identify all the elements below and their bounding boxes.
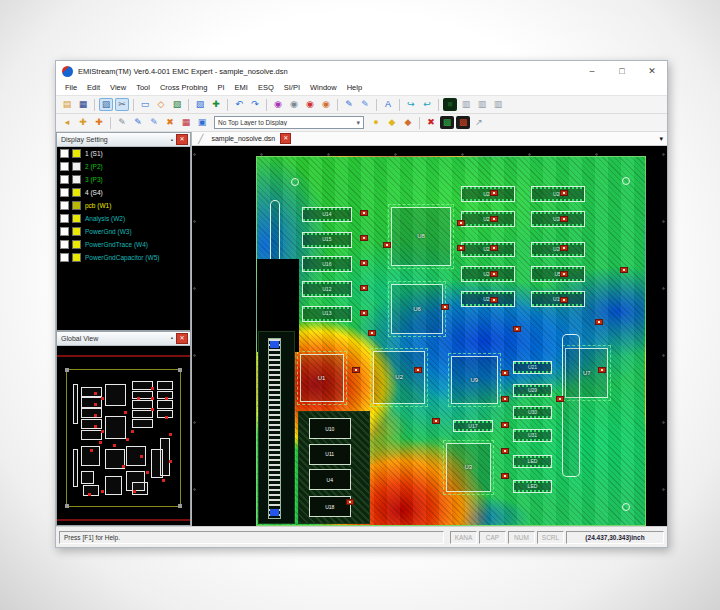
decoupling-capacitor[interactable] — [368, 330, 376, 336]
hole-feature[interactable] — [622, 503, 630, 511]
component-u13[interactable]: U13 — [302, 306, 352, 322]
menu-tool[interactable]: Tool — [131, 81, 155, 95]
component-led[interactable]: LED — [513, 480, 552, 493]
display-setting-close-button[interactable]: ✕ — [176, 134, 188, 145]
decoupling-capacitor[interactable] — [620, 267, 628, 273]
component-u27[interactable]: U27 — [461, 211, 515, 227]
component-u19[interactable]: U19 — [531, 291, 585, 307]
decoupling-capacitor[interactable] — [501, 396, 509, 402]
component-u15[interactable]: U15 — [302, 232, 352, 248]
save-file-icon[interactable]: ▦ — [76, 98, 90, 111]
layer-row-1s1[interactable]: 1 (S1) — [57, 147, 190, 160]
zoom-previous-icon[interactable]: ◂ — [60, 116, 74, 129]
component-u1[interactable]: U1 — [300, 354, 344, 402]
open-file-icon[interactable]: ▤ — [60, 98, 74, 111]
selection-handle[interactable] — [178, 368, 182, 372]
menu-window[interactable]: Window — [305, 81, 342, 95]
layer-row-pcbw1[interactable]: pcb (W1) — [57, 199, 190, 212]
layer-visibility-checkbox[interactable] — [60, 201, 69, 210]
draw-trace-icon[interactable]: ✎ — [131, 116, 145, 129]
menu-esq[interactable]: ESQ — [253, 81, 279, 95]
decoupling-capacitor[interactable] — [490, 297, 498, 303]
decoupling-capacitor[interactable] — [595, 319, 603, 325]
layer-visibility-checkbox[interactable] — [60, 162, 69, 171]
global-view-body[interactable] — [57, 346, 190, 525]
selection-handle[interactable] — [65, 368, 69, 372]
selection-handle[interactable] — [178, 504, 182, 508]
layer-view-3-icon[interactable]: ▥ — [491, 98, 505, 111]
component-u9[interactable]: U9 — [451, 356, 498, 404]
sheet-view-icon[interactable]: ▣ — [195, 116, 209, 129]
decoupling-capacitor[interactable] — [360, 310, 368, 316]
edit-trace-icon[interactable]: ✎ — [342, 98, 356, 111]
undo-icon[interactable]: ↶ — [232, 98, 246, 111]
component-u17[interactable]: U17 — [453, 420, 493, 432]
component-u6[interactable]: U6 — [391, 284, 443, 334]
component-u16[interactable]: U16 — [302, 256, 352, 272]
minimize-button[interactable]: – — [577, 61, 607, 81]
component-u31[interactable]: U31 — [513, 429, 552, 442]
decoupling-capacitor[interactable] — [490, 190, 498, 196]
global-view-header[interactable]: Global View ▪ ✕ — [57, 332, 190, 346]
layer-visibility-checkbox[interactable] — [60, 188, 69, 197]
layer-view-dark-icon[interactable]: ■ — [443, 98, 457, 111]
decoupling-capacitor[interactable] — [441, 304, 449, 310]
decoupling-capacitor[interactable] — [352, 367, 360, 373]
probe-pin-icon[interactable]: ◉ — [303, 98, 317, 111]
net-link-icon[interactable]: ↪ — [404, 98, 418, 111]
layer-color-swatch[interactable] — [72, 175, 81, 184]
layer-row-analysisw2[interactable]: Analysis (W2) — [57, 212, 190, 225]
component-u12[interactable]: U12 — [302, 281, 352, 297]
net-select-2-icon[interactable]: ◆ — [401, 116, 415, 129]
layer-visibility-checkbox[interactable] — [60, 175, 69, 184]
decoupling-capacitor[interactable] — [501, 422, 509, 428]
selection-handle[interactable] — [65, 504, 69, 508]
decoupling-capacitor[interactable] — [560, 271, 568, 277]
decoupling-capacitor[interactable] — [360, 210, 368, 216]
mod-feature[interactable]: U10U11U4U18 — [298, 411, 370, 524]
layer-color-swatch[interactable] — [72, 240, 81, 249]
module-component-u11[interactable]: U11 — [309, 444, 351, 465]
delete-marker-icon[interactable]: ✖ — [163, 116, 177, 129]
decoupling-capacitor[interactable] — [490, 245, 498, 251]
net-select-1-icon[interactable]: ◆ — [385, 116, 399, 129]
add-item-icon[interactable]: ✚ — [209, 98, 223, 111]
top-layer-dropdown[interactable]: No Top Layer to Display ▾ — [214, 116, 364, 129]
export-result-icon[interactable]: ↗ — [472, 116, 486, 129]
component-u2[interactable]: U2 — [373, 351, 425, 404]
layer-color-swatch[interactable] — [72, 214, 81, 223]
decoupling-capacitor[interactable] — [560, 297, 568, 303]
layer-visibility-checkbox[interactable] — [60, 214, 69, 223]
board-view-icon[interactable]: ▭ — [138, 98, 152, 111]
layer-visibility-checkbox[interactable] — [60, 227, 69, 236]
layer-row-4s4[interactable]: 4 (S4) — [57, 186, 190, 199]
hole-feature[interactable] — [291, 178, 299, 186]
net-unlink-icon[interactable]: ↩ — [420, 98, 434, 111]
component-view-icon[interactable]: ◇ — [154, 98, 168, 111]
decoupling-capacitor[interactable] — [360, 260, 368, 266]
module-component-u4[interactable]: U4 — [309, 469, 351, 490]
decoupling-capacitor[interactable] — [598, 367, 606, 373]
layer-visibility-checkbox[interactable] — [60, 253, 69, 262]
decoupling-capacitor[interactable] — [513, 326, 521, 332]
highlight-tool-icon[interactable]: ▧ — [193, 98, 207, 111]
menu-crossprobing[interactable]: Cross Probing — [155, 81, 213, 95]
menu-sipi[interactable]: SI/PI — [279, 81, 305, 95]
slot-feature[interactable] — [562, 334, 580, 477]
layer-color-swatch[interactable] — [72, 188, 81, 197]
close-button[interactable]: ✕ — [637, 61, 667, 81]
decoupling-capacitor[interactable] — [457, 245, 465, 251]
menu-help[interactable]: Help — [342, 81, 367, 95]
layer-view-1-icon[interactable]: ▥ — [459, 98, 473, 111]
component-u24[interactable]: U24 — [461, 266, 515, 282]
decoupling-capacitor[interactable] — [490, 271, 498, 277]
component-u8[interactable]: U8 — [391, 207, 451, 267]
decoupling-capacitor[interactable] — [360, 235, 368, 241]
layer-color-swatch[interactable] — [72, 162, 81, 171]
menu-emi[interactable]: EMI — [230, 81, 253, 95]
component-u21[interactable]: U21 — [513, 361, 552, 374]
global-view-board[interactable] — [66, 369, 181, 507]
emi-analysis-icon[interactable]: ✖ — [424, 116, 438, 129]
pin-icon[interactable]: ▪ — [171, 137, 173, 143]
layer-color-swatch[interactable] — [72, 149, 81, 158]
